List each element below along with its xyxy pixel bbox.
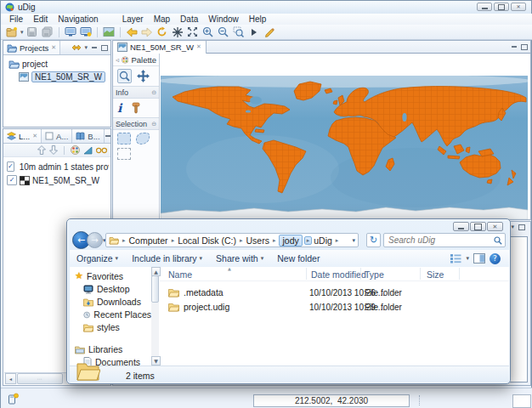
explorer-minimize-button[interactable] (453, 222, 469, 231)
projects-menu-caret-icon[interactable]: ▾ (84, 44, 88, 51)
show-view-button[interactable] (64, 26, 77, 38)
layer-row-admin[interactable]: ✓ 10m admin 1 states prov (7, 162, 109, 172)
layer-checkbox[interactable]: ✓ (7, 175, 17, 185)
layer-row-raster[interactable]: ✓ NE1_50M_SR_W (7, 175, 109, 185)
link-editor-icon[interactable] (71, 43, 82, 52)
column-date-modified[interactable]: Date modified (311, 269, 366, 280)
snap-button[interactable] (171, 26, 184, 38)
lasso-select-tool[interactable] (136, 133, 150, 144)
organize-button[interactable]: Organize▾ (70, 253, 125, 264)
menu-file[interactable]: File (4, 14, 28, 24)
refresh-button[interactable]: ↻ (366, 233, 381, 247)
address-bar[interactable]: ▸ Computer ▸ Local Disk (C:) ▸ Users ▸ j… (105, 233, 359, 247)
tips-tray-icon[interactable] (8, 393, 19, 405)
include-in-library-button[interactable]: Include in library▾ (125, 253, 209, 264)
palette-collapse-icon[interactable]: ◃ (116, 56, 119, 64)
style-triangle-icon[interactable] (83, 146, 93, 155)
info-section-label[interactable]: Info (116, 88, 128, 97)
layer-up-icon[interactable] (37, 145, 46, 155)
crumb-computer[interactable]: Computer (129, 235, 168, 246)
file-row-project-udig[interactable]: project.udig 10/10/2013 10:29 ... File f… (160, 300, 509, 314)
pan-tool[interactable] (137, 70, 150, 82)
views-icon[interactable] (450, 253, 461, 264)
zoom-tool[interactable] (117, 69, 132, 83)
section-collapse-icon[interactable]: ⊖ (151, 89, 156, 96)
zoom-extent-button[interactable] (186, 26, 200, 38)
box-select-tool[interactable] (117, 133, 131, 144)
pencil-button[interactable] (263, 26, 276, 38)
scroll-down-icon[interactable]: ▼ (151, 356, 161, 366)
scroll-left-icon[interactable]: ◂ (5, 373, 16, 384)
menu-navigation[interactable]: Navigation (53, 14, 103, 24)
layers-minimize-button[interactable] (105, 133, 112, 139)
world-map[interactable] (161, 76, 528, 219)
explorer-maximize-button[interactable] (470, 222, 486, 231)
zoom-in-button[interactable] (201, 26, 215, 38)
editor-minimize-button[interactable] (510, 43, 518, 50)
info-tool[interactable]: i (117, 101, 122, 115)
share-with-button[interactable]: Share with▾ (209, 253, 270, 264)
aoi-view-tab[interactable]: A... (42, 129, 72, 143)
show-view-alt-button[interactable] (79, 26, 93, 38)
save-button[interactable] (25, 26, 39, 38)
views-caret-icon[interactable]: ▾ (466, 255, 469, 262)
layers-view-tab[interactable]: L... ✕ (3, 129, 42, 143)
save-all-button[interactable] (41, 26, 54, 38)
column-size[interactable]: Size (427, 269, 444, 280)
menu-map[interactable]: Map (149, 14, 175, 24)
crumb-udig[interactable]: uDig (314, 235, 332, 246)
file-row-metadata[interactable]: .metadata 10/10/2013 10:26 ... File fold… (160, 286, 509, 299)
projects-tab-close-icon[interactable]: ✕ (51, 44, 56, 51)
new-map-caret-icon[interactable]: ▾ (20, 29, 24, 36)
selection-section-label[interactable]: Selection (116, 120, 147, 128)
profile-tool[interactable] (129, 102, 142, 114)
refresh-button[interactable] (156, 26, 169, 38)
help-icon[interactable]: ? (490, 253, 501, 264)
forward-button[interactable] (140, 26, 154, 38)
nav-desktop[interactable]: Desktop (83, 284, 151, 294)
new-folder-button[interactable]: New folder (270, 253, 326, 264)
udig-close-button[interactable]: ✕ (511, 3, 526, 11)
column-name[interactable]: Name (168, 269, 192, 280)
layers-tab-close-icon[interactable]: ✕ (32, 133, 37, 139)
nav-scrollbar[interactable]: ▲ ▼ (151, 267, 159, 366)
search-box[interactable] (383, 233, 506, 247)
crumb-users[interactable]: Users (246, 235, 269, 246)
zoom-out-button[interactable] (217, 26, 230, 38)
explorer-close-button[interactable]: ✕ (487, 222, 503, 231)
section-collapse-icon[interactable]: ⊖ (151, 121, 156, 128)
nav-downloads[interactable]: Downloads (83, 297, 151, 307)
udig-maximize-button[interactable] (494, 3, 509, 11)
new-map-button[interactable] (5, 26, 19, 38)
glasses-icon[interactable] (96, 146, 107, 154)
search-input[interactable] (383, 233, 506, 247)
marquee-select-tool[interactable] (117, 148, 131, 160)
nav-favorites[interactable]: ★ Favorites (75, 270, 151, 281)
map-editor-tab[interactable]: NE1_50M_SR_W ✕ (113, 41, 207, 54)
menu-edit[interactable]: Edit (28, 14, 53, 24)
apply-button[interactable] (247, 26, 261, 38)
menu-window[interactable]: Window (203, 14, 244, 24)
address-dropdown-caret-icon[interactable]: ▾ (352, 237, 355, 244)
udig-minimize-button[interactable] (477, 3, 492, 11)
catalog-maximize-button[interactable] (518, 224, 525, 230)
projects-maximize-button[interactable] (100, 44, 108, 51)
nav-styles[interactable]: styles (83, 322, 151, 332)
nav-recent-places[interactable]: Recent Places (83, 309, 151, 320)
zoom-area-button[interactable] (232, 26, 246, 38)
editor-maximize-button[interactable] (520, 43, 528, 50)
menu-data[interactable]: Data (175, 14, 203, 24)
crumb-local-disk[interactable]: Local Disk (C:) (178, 235, 236, 246)
menu-help[interactable]: Help (244, 14, 272, 24)
scroll-thumb[interactable] (151, 275, 159, 303)
palette-small-icon[interactable] (71, 145, 80, 155)
bookmarks-view-tab[interactable]: B... (72, 129, 104, 143)
column-type[interactable]: Type (365, 269, 384, 280)
crumb-jody-caret-icon[interactable]: ▸ (304, 236, 313, 245)
new-layer-button[interactable] (102, 26, 116, 38)
editor-tab-close-icon[interactable]: ✕ (196, 43, 201, 50)
udig-titlebar[interactable]: uDig ✕ (1, 1, 531, 14)
nav-libraries[interactable]: Libraries (75, 344, 151, 354)
projects-view-tab[interactable]: Projects ✕ (3, 41, 60, 54)
catalog-menu-caret-icon[interactable]: ▾ (511, 224, 514, 230)
